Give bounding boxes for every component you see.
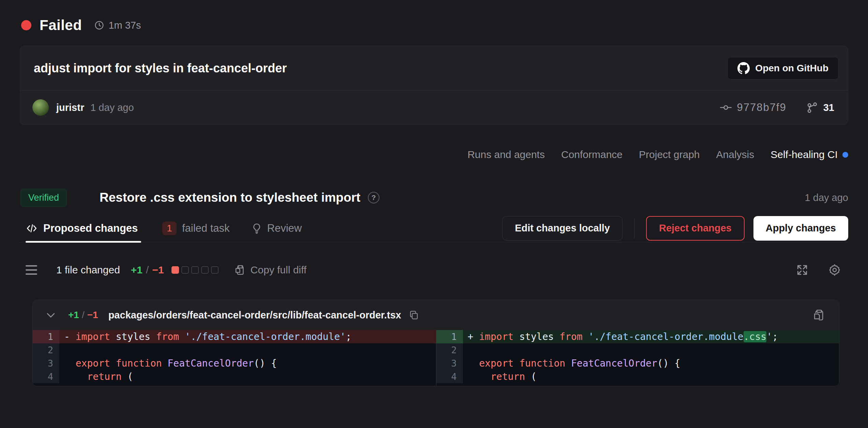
- code-token: import: [76, 331, 110, 342]
- copy-file-diff-icon[interactable]: [812, 309, 825, 322]
- git-branch-icon: [806, 101, 819, 114]
- commit-icon: [720, 101, 732, 114]
- commit-card: adjust import for styles in feat-cancel-…: [20, 46, 848, 125]
- self-healing-status-dot: [842, 152, 848, 158]
- nav-item-label: Analysis: [716, 149, 754, 160]
- tab-review-label: Review: [267, 222, 302, 234]
- nav-item-runs-and-agents[interactable]: Runs and agents: [467, 149, 545, 160]
- run-header: Failed 1m 37s: [0, 0, 868, 33]
- code-token: () {: [657, 358, 680, 369]
- tab-proposed-changes[interactable]: Proposed changes: [26, 214, 141, 242]
- run-duration-text: 1m 37s: [108, 20, 141, 31]
- line-number: 3: [33, 357, 59, 370]
- code-token: ;: [346, 331, 351, 342]
- toolbar-additions: +1: [131, 264, 143, 276]
- nav-item-project-graph[interactable]: Project graph: [639, 149, 700, 160]
- change-block-empty: [201, 266, 209, 274]
- tab-proposed-label: Proposed changes: [43, 222, 138, 234]
- github-button-label: Open on GitHub: [755, 63, 828, 74]
- nav-item-label: Project graph: [639, 149, 700, 160]
- change-block-empty: [181, 266, 189, 274]
- failed-count-badge: 1: [162, 222, 177, 235]
- copy-full-diff-label: Copy full diff: [251, 264, 307, 276]
- commit-hash: 9778b7f9: [737, 101, 786, 114]
- tab-review[interactable]: Review: [251, 214, 302, 242]
- line-number: 3: [436, 357, 463, 370]
- code-token: styles: [110, 331, 156, 342]
- tab-failed-task[interactable]: 1 failed task: [162, 214, 229, 242]
- diff-file-header[interactable]: +1 / −1 packages/orders/feat-cancel-orde…: [33, 300, 839, 330]
- code-token: [162, 358, 168, 369]
- toolbar-stat-separator: /: [146, 264, 149, 276]
- line-number: 2: [33, 343, 59, 357]
- code-token: './feat-cancel-order.module: [588, 331, 744, 342]
- github-icon: [737, 62, 750, 74]
- branch-count-wrap[interactable]: 31: [806, 101, 834, 114]
- file-list-menu-icon[interactable]: [26, 265, 37, 275]
- file-deletions: −1: [87, 310, 98, 320]
- code-token: [513, 358, 519, 369]
- branch-count: 31: [823, 102, 834, 113]
- copy-path-icon[interactable]: [409, 310, 419, 320]
- author-name[interactable]: juristr: [56, 102, 84, 113]
- diff-line: 4 return (: [33, 370, 436, 383]
- nav-item-self-healing-ci[interactable]: Self-healing CI: [770, 149, 848, 160]
- commit-hash-wrap[interactable]: 9778b7f9: [720, 101, 786, 114]
- workspace-nav: Runs and agentsConformanceProject graphA…: [0, 146, 868, 163]
- code-content: return (: [59, 370, 436, 383]
- diff-line: 1+ import styles from './feat-cancel-ord…: [436, 330, 839, 343]
- code-token: (: [122, 371, 133, 382]
- code-content: export function FeatCancelOrder() {: [463, 357, 839, 370]
- file-stat-separator: /: [82, 310, 85, 320]
- file-path: packages/orders/feat-cancel-order/src/li…: [108, 310, 401, 321]
- line-number: 2: [436, 343, 463, 357]
- code-token: FeatCancelOrder: [167, 358, 254, 369]
- code-token: [64, 371, 87, 382]
- diff-split-view: 1- import styles from './feat-cancel-ord…: [33, 330, 839, 386]
- file-additions: +1: [68, 310, 79, 320]
- fix-time: 1 day ago: [805, 192, 848, 203]
- diff-pane-new: 1+ import styles from './feat-cancel-ord…: [436, 330, 839, 386]
- reject-changes-button[interactable]: Reject changes: [646, 216, 745, 241]
- code-token: -: [64, 331, 76, 342]
- code-token: [179, 331, 185, 342]
- commit-title: adjust import for styles in feat-cancel-…: [34, 61, 287, 75]
- nav-item-conformance[interactable]: Conformance: [561, 149, 623, 160]
- edit-changes-locally-button[interactable]: Edit changes locally: [502, 216, 623, 241]
- code-token: function: [519, 358, 565, 369]
- open-on-github-button[interactable]: Open on GitHub: [728, 57, 838, 80]
- code-icon: [26, 222, 38, 234]
- code-content: [59, 343, 436, 357]
- commit-time: 1 day ago: [90, 102, 134, 113]
- diff-line: 2: [436, 343, 839, 357]
- tabs-row: Proposed changes 1 failed task Review Ed…: [20, 214, 848, 242]
- code-token: export: [76, 358, 110, 369]
- diff-toolbar: 1 file changed +1 / −1 Copy full diff: [0, 259, 868, 281]
- code-token: return: [87, 371, 121, 382]
- copy-full-diff-button[interactable]: Copy full diff: [234, 264, 307, 276]
- tab-failed-label: failed task: [182, 222, 230, 234]
- code-token: ': [766, 331, 772, 342]
- help-icon[interactable]: ?: [368, 192, 379, 203]
- chevron-down-icon[interactable]: [45, 309, 57, 321]
- nav-item-label: Conformance: [561, 149, 623, 160]
- actions-divider: [634, 218, 634, 238]
- diff-settings-gear-icon[interactable]: [828, 263, 841, 277]
- code-content: + import styles from './feat-cancel-orde…: [463, 330, 839, 343]
- nav-item-label: Self-healing CI: [770, 149, 838, 160]
- fix-header: Verified Restore .css extension to style…: [0, 186, 868, 210]
- code-token: () {: [254, 358, 276, 369]
- apply-changes-button[interactable]: Apply changes: [753, 216, 848, 241]
- code-token: [583, 331, 588, 342]
- avatar[interactable]: [32, 99, 49, 116]
- status-failed-dot: [21, 20, 31, 30]
- commit-meta-row: juristr 1 day ago 9778b7f9 31: [20, 90, 848, 125]
- code-token: [110, 358, 116, 369]
- expand-fullscreen-icon[interactable]: [796, 263, 809, 276]
- code-token: FeatCancelOrder: [571, 358, 657, 369]
- code-content: [463, 343, 839, 357]
- code-token: export: [479, 358, 513, 369]
- fix-title: Restore .css extension to stylesheet imp…: [100, 190, 360, 205]
- nav-item-analysis[interactable]: Analysis: [716, 149, 754, 160]
- code-token: [64, 358, 76, 369]
